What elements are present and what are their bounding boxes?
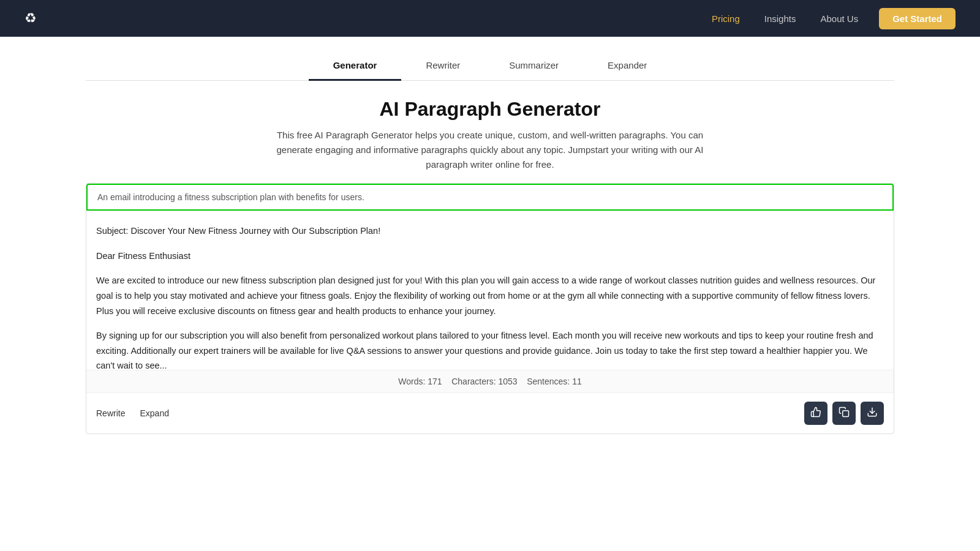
editor-wrapper: Subject: Discover Your New Fitness Journ… [86, 183, 894, 434]
tab-expander[interactable]: Expander [583, 51, 671, 81]
action-links: Rewrite Expand [96, 408, 169, 418]
svg-rect-0 [843, 411, 849, 417]
tab-rewriter[interactable]: Rewriter [401, 51, 484, 81]
nav-about-us[interactable]: About Us [810, 9, 868, 29]
page-title: AI Paragraph Generator [86, 98, 894, 121]
navbar: ♻ Pricing Insights About Us Get Started [0, 0, 980, 37]
thumbs-up-icon [810, 407, 821, 420]
chars-value: 1053 [498, 377, 517, 386]
stats-bar: Words: 171 Characters: 1053 Sentences: 1… [86, 370, 894, 392]
page-subtitle: This free AI Paragraph Generator helps y… [260, 128, 720, 172]
sentences-value: 11 [572, 377, 582, 386]
tabs-bar: Generator Rewriter Summarizer Expander [86, 51, 894, 81]
nav-pricing[interactable]: Pricing [702, 9, 750, 29]
words-value: 171 [428, 377, 442, 386]
copy-button[interactable] [832, 402, 856, 425]
nav-insights[interactable]: Insights [755, 9, 806, 29]
main-container: Generator Rewriter Summarizer Expander A… [61, 51, 919, 434]
expand-link[interactable]: Expand [140, 408, 168, 418]
icon-buttons [804, 402, 884, 425]
logo: ♻ [24, 10, 37, 26]
thumbs-up-button[interactable] [804, 402, 827, 425]
output-paragraph-3: By signing up for our subscription you w… [96, 328, 884, 370]
output-area[interactable]: Subject: Discover Your New Fitness Journ… [86, 211, 894, 370]
output-paragraph-0: Subject: Discover Your New Fitness Journ… [96, 223, 884, 239]
download-icon [867, 407, 878, 420]
sentences-label: Sentences: [527, 377, 570, 386]
logo-icon: ♻ [24, 10, 37, 26]
output-paragraph-1: Dear Fitness Enthusiast [96, 249, 884, 264]
get-started-button[interactable]: Get Started [879, 8, 956, 29]
tab-generator[interactable]: Generator [309, 51, 402, 81]
navbar-links: Pricing Insights About Us Get Started [702, 8, 956, 29]
rewrite-link[interactable]: Rewrite [96, 408, 125, 418]
prompt-input[interactable] [86, 184, 894, 211]
page-title-section: AI Paragraph Generator This free AI Para… [86, 98, 894, 172]
download-button[interactable] [861, 402, 884, 425]
copy-icon [839, 407, 850, 420]
output-paragraph-2: We are excited to introduce our new fitn… [96, 273, 884, 318]
bottom-actions: Rewrite Expand [86, 392, 894, 433]
tab-summarizer[interactable]: Summarizer [484, 51, 583, 81]
words-label: Words: [398, 377, 425, 386]
chars-label: Characters: [451, 377, 496, 386]
